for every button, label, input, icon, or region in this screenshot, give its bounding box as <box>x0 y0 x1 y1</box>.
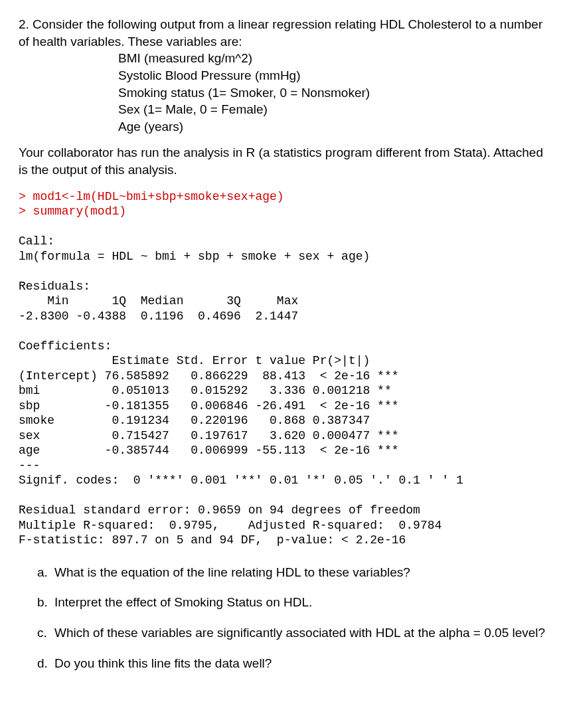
r-squared: Multiple R-squared: 0.9795, Adjusted R-s… <box>19 519 449 532</box>
collaborator-note: Your collaborator has run the analysis i… <box>19 144 548 178</box>
residuals-columns: Min 1Q Median 3Q Max <box>19 294 305 308</box>
prompt-2: > <box>19 205 33 218</box>
coef-row-bmi: bmi 0.051013 0.015292 3.336 0.001218 ** <box>19 384 399 397</box>
letter-b: b. <box>37 594 54 611</box>
question-intro: 2. Consider the following output from a … <box>19 16 548 179</box>
text-a: What is the equation of the line relatin… <box>54 564 548 581</box>
dashes: --- <box>19 459 40 472</box>
letter-d: d. <box>37 655 54 672</box>
var-bmi: BMI (measured kg/m^2) <box>118 50 548 67</box>
question-a: a. What is the equation of the line rela… <box>37 564 548 581</box>
cmd-summary: summary(mod1) <box>33 205 126 218</box>
coef-row-smoke: smoke 0.191234 0.220196 0.868 0.387347 <box>19 414 399 427</box>
residuals-header: Residuals: <box>19 280 90 293</box>
call-line: lm(formula = HDL ~ bmi + sbp + smoke + s… <box>19 250 370 263</box>
var-age: Age (years) <box>118 118 548 136</box>
lead-text: 2. Consider the following output from a … <box>19 16 548 50</box>
letter-a: a. <box>37 564 54 581</box>
var-sbp: Systolic Blood Pressure (mmHg) <box>118 67 548 84</box>
var-smoke: Smoking status (1= Smoker, 0 = Nonsmoker… <box>118 84 548 102</box>
coef-row-sex: sex 0.715427 0.197617 3.620 0.000477 *** <box>19 429 399 442</box>
prompt-1: > <box>19 190 33 203</box>
text-b: Interpret the effect of Smoking Status o… <box>54 594 548 611</box>
text-c: Which of these variables are significant… <box>54 624 548 642</box>
variable-list: BMI (measured kg/m^2) Systolic Blood Pre… <box>19 50 548 135</box>
question-b: b. Interpret the effect of Smoking Statu… <box>37 594 548 611</box>
signif-codes: Signif. codes: 0 '***' 0.001 '**' 0.01 '… <box>19 474 463 487</box>
coef-row-age: age -0.385744 0.006999 -55.113 < 2e-16 *… <box>19 444 399 457</box>
letter-c: c. <box>37 624 54 642</box>
question-c: c. Which of these variables are signific… <box>37 624 548 642</box>
text-d: Do you think this line fits the data wel… <box>54 655 548 672</box>
sub-questions: a. What is the equation of the line rela… <box>19 564 548 672</box>
coef-row-sbp: sbp -0.181355 0.006846 -26.491 < 2e-16 *… <box>19 399 399 412</box>
f-statistic: F-statistic: 897.7 on 5 and 94 DF, p-val… <box>19 533 406 547</box>
coefficients-columns: Estimate Std. Error t value Pr(>|t|) <box>19 354 399 367</box>
var-sex: Sex (1= Male, 0 = Female) <box>118 101 548 118</box>
residuals-values: -2.8300 -0.4388 0.1196 0.4696 2.1447 <box>19 310 305 323</box>
coef-row-intercept: (Intercept) 76.585892 0.866229 88.413 < … <box>19 369 399 383</box>
call-header: Call: <box>19 234 54 248</box>
r-code-block: > mod1<-lm(HDL~bmi+sbp+smoke+sex+age) > … <box>19 189 548 548</box>
residual-std-error: Residual standard error: 0.9659 on 94 de… <box>19 503 420 517</box>
coefficients-header: Coefficients: <box>19 339 112 353</box>
question-d: d. Do you think this line fits the data … <box>37 655 548 672</box>
cmd-mod1: mod1<-lm(HDL~bmi+sbp+smoke+sex+age) <box>33 190 284 203</box>
